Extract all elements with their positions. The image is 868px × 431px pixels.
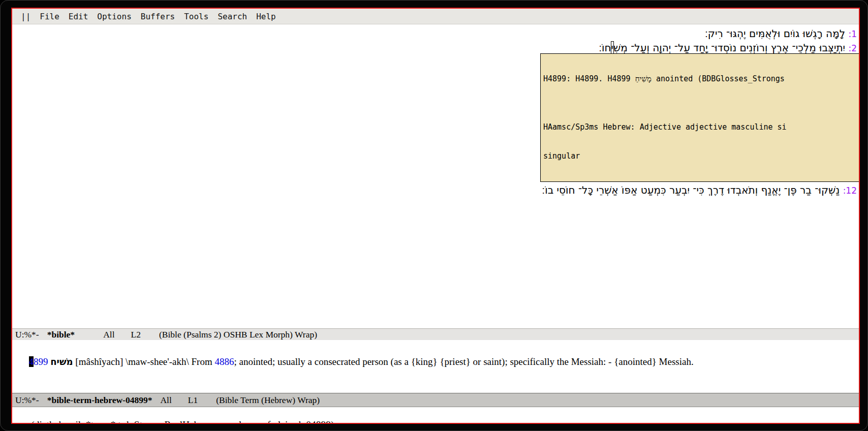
modeline-scroll-position: All bbox=[160, 395, 171, 406]
menu-bars-icon: || bbox=[16, 12, 35, 21]
menu-file[interactable]: File bbox=[35, 12, 64, 21]
tooltip-line-morph2: singular bbox=[543, 151, 859, 161]
menu-bar: || File Edit Options Buffers Tools Searc… bbox=[12, 9, 859, 24]
lexicon-hebrew-word: משׁיח bbox=[50, 356, 73, 367]
modeline-bible: U:%*- *bible* All L2 (Bible (Psalms 2) O… bbox=[12, 328, 859, 340]
menu-options[interactable]: Options bbox=[92, 12, 136, 21]
text-cursor: 4 bbox=[29, 356, 34, 367]
verse-text[interactable]: יִתְיַצְּבוּ מַלְכֵי־ אֶרֶץ וְרוֹזְנִים … bbox=[613, 42, 848, 54]
menu-buffers[interactable]: Buffers bbox=[136, 12, 179, 21]
lexicon-definition: ; anointed; usually a consecrated person… bbox=[234, 356, 693, 367]
echo-area: (diatheke nil *temp* t -b StrongsRealHeb… bbox=[12, 407, 859, 423]
verse-number: 12: bbox=[843, 186, 857, 196]
bible-buffer: 1: לָמָּה רָגְשׁוּ גוֹיִם וּלְאֻמִּים יֶ… bbox=[12, 24, 859, 328]
modeline-coding-flags: U:%*- bbox=[15, 329, 39, 340]
tooltip-line-morph: HAamsc/Sp3ms Hebrew: Adjective adjective… bbox=[543, 122, 859, 132]
modeline-coding-flags: U:%*- bbox=[15, 395, 39, 406]
modeline-buffer-name: *bible* bbox=[47, 329, 75, 340]
verse-number: 2: bbox=[848, 43, 857, 53]
menu-help[interactable]: Help bbox=[252, 12, 281, 21]
strongs-crossref-link[interactable]: 4886 bbox=[214, 356, 234, 367]
emacs-frame: || File Edit Options Buffers Tools Searc… bbox=[11, 8, 860, 424]
modeline-major-modes: (Bible Term (Hebrew) Wrap) bbox=[216, 395, 320, 406]
verse-text[interactable]: חוֹ׃ bbox=[599, 42, 611, 54]
lexicon-transliteration: [mâshîyach] \maw-shee'-akh\ From bbox=[73, 356, 215, 367]
menu-edit[interactable]: Edit bbox=[64, 12, 93, 21]
screen-frame: || File Edit Options Buffers Tools Searc… bbox=[0, 0, 868, 431]
verse-12[interactable]: 12: נַשְּׁקוּ־ בַר פֶּן־ יֶאֱנַף וְתֹאבְ… bbox=[12, 183, 857, 197]
modeline-term: U:%*- *bible-term-hebrew-04899* All L1 (… bbox=[12, 393, 859, 407]
lexicon-buffer: 4899 משׁיח [mâshîyach] \maw-shee'-akh\ F… bbox=[12, 340, 859, 393]
verse-number: 1: bbox=[848, 29, 857, 39]
menu-tools[interactable]: Tools bbox=[179, 12, 213, 21]
tooltip-line-strongs: H4899: H4899. H4899 מָשִׁיחַ anointed (B… bbox=[543, 74, 859, 84]
strongs-tooltip: H4899: H4899. H4899 מָשִׁיחַ anointed (B… bbox=[540, 53, 859, 182]
echo-message: (diatheke nil *temp* t -b StrongsRealHeb… bbox=[31, 419, 334, 423]
verse-2[interactable]: 2: יִתְיַצְּבוּ מַלְכֵי־ אֶרֶץ וְרוֹזְנִ… bbox=[12, 41, 857, 55]
verse-text[interactable]: לָמָּה רָגְשׁוּ גוֹיִם וּלְאֻמִּים יֶהְג… bbox=[705, 27, 849, 40]
modeline-line-number: L1 bbox=[188, 395, 198, 406]
modeline-buffer-name: *bible-term-hebrew-04899* bbox=[47, 395, 152, 406]
modeline-major-modes: (Bible (Psalms 2) OSHB Lex Morph) Wrap) bbox=[159, 329, 317, 340]
strongs-number-link[interactable]: 899 bbox=[34, 356, 48, 367]
modeline-scroll-position: All bbox=[103, 329, 114, 340]
menu-search[interactable]: Search bbox=[213, 12, 252, 21]
verse-1[interactable]: 1: לָמָּה רָגְשׁוּ גוֹיִם וּלְאֻמִּים יֶ… bbox=[12, 26, 857, 41]
modeline-line-number: L2 bbox=[131, 329, 141, 340]
verse-text[interactable]: נַשְּׁקוּ־ בַר פֶּן־ יֶאֱנַף וְתֹאבְדוּ … bbox=[542, 184, 843, 196]
